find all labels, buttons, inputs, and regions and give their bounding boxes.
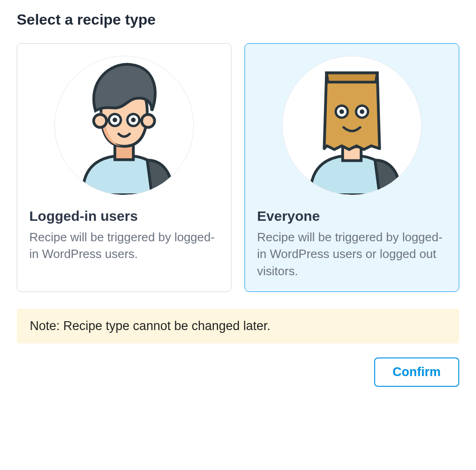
avatar-logged-in: [54, 56, 194, 195]
svg-point-3: [142, 114, 155, 127]
svg-point-2: [93, 114, 106, 127]
anonymous-bag-avatar-icon: [283, 56, 421, 195]
svg-point-13: [360, 109, 364, 114]
card-description: Recipe will be triggered by logged-in Wo…: [257, 229, 447, 279]
confirm-button[interactable]: Confirm: [374, 357, 460, 387]
recipe-type-cards: Logged-in users Recipe will be triggered…: [17, 43, 459, 292]
card-description: Recipe will be triggered by logged-in Wo…: [29, 229, 219, 263]
svg-point-6: [112, 118, 117, 122]
card-title: Everyone: [257, 208, 447, 224]
card-everyone[interactable]: Everyone Recipe will be triggered by log…: [245, 43, 459, 292]
svg-point-12: [339, 109, 344, 114]
card-title: Logged-in users: [29, 208, 219, 224]
note-banner: Note: Recipe type cannot be changed late…: [17, 309, 459, 344]
actions-bar: Confirm: [17, 357, 459, 387]
page-title: Select a recipe type: [17, 11, 459, 28]
svg-point-7: [131, 118, 136, 122]
user-avatar-icon: [55, 56, 193, 195]
card-logged-in-users[interactable]: Logged-in users Recipe will be triggered…: [17, 43, 231, 292]
avatar-everyone: [282, 56, 422, 195]
